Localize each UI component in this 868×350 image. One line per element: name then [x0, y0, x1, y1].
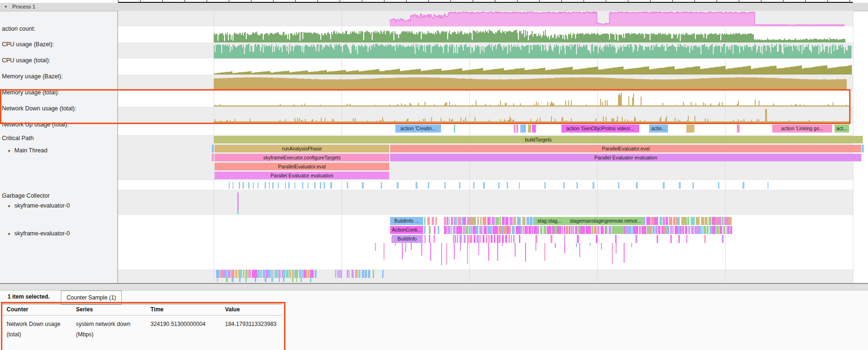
critical-path-slice[interactable]: action 'GenObjcProtos video/... [561, 125, 639, 133]
evaluator-slice[interactable] [605, 226, 606, 234]
gc-tick[interactable] [278, 182, 279, 189]
cpu-heavy-slice[interactable] [275, 270, 278, 278]
evaluator-slice[interactable] [730, 226, 732, 234]
cpu-heavy-slice[interactable] [255, 278, 257, 282]
evaluator-slice[interactable] [564, 226, 565, 234]
collapse-triangle-icon[interactable]: ▾ [8, 149, 10, 153]
evaluator-slice[interactable] [675, 226, 678, 234]
cpu-heavy-slice[interactable] [373, 270, 374, 278]
gc-tick[interactable] [302, 182, 303, 189]
tracks-viewport[interactable]: action 'Creatin...action 'GenObjcProtos … [0, 0, 868, 283]
evaluator-slice[interactable] [534, 226, 537, 234]
evaluator-slice[interactable] [696, 217, 700, 225]
evaluator-slice[interactable] [463, 217, 466, 225]
evaluator-slice[interactable] [722, 217, 724, 225]
cpu-heavy-slice[interactable] [368, 270, 370, 278]
gc-tick[interactable] [308, 182, 309, 189]
evaluator-slice[interactable] [444, 217, 446, 225]
gc-tick[interactable] [459, 182, 460, 189]
gc-tick[interactable] [239, 182, 240, 189]
evaluator-slice[interactable] [435, 217, 437, 225]
gc-tick[interactable] [498, 182, 500, 189]
cpu-heavy-slice[interactable] [239, 270, 242, 278]
evaluator-slice[interactable] [552, 226, 554, 234]
evaluator-slice[interactable] [655, 226, 658, 234]
cpu-heavy-slice[interactable] [310, 278, 312, 282]
evaluator-slice[interactable] [636, 226, 638, 234]
gc-tick[interactable] [576, 182, 577, 189]
evaluator-slice[interactable] [479, 235, 481, 243]
evaluator-slice[interactable]: BuildInfo ... [390, 217, 423, 225]
evaluator-slice[interactable] [639, 226, 641, 234]
evaluator-slice[interactable] [492, 226, 495, 234]
gc-tick[interactable] [636, 182, 638, 189]
evaluator-slice[interactable] [449, 217, 450, 225]
cpu-heavy-slice[interactable] [235, 270, 237, 278]
gc-tick[interactable] [483, 182, 485, 189]
counter-chart-action-count[interactable] [118, 11, 853, 26]
cpu-heavy-slice[interactable] [289, 270, 291, 278]
critical-path-slice[interactable] [514, 125, 516, 133]
evaluator-slice[interactable] [500, 217, 501, 225]
evaluator-slice[interactable] [530, 217, 533, 225]
evaluator-slice[interactable] [615, 235, 616, 243]
cpu-heavy-slice[interactable] [296, 270, 298, 278]
evaluator-slice[interactable] [597, 226, 600, 234]
gc-tick[interactable] [272, 182, 274, 189]
gc-tick[interactable] [519, 182, 520, 189]
gc-tick[interactable] [381, 182, 383, 189]
evaluator-slice[interactable] [489, 226, 492, 234]
evaluator-slice[interactable] [501, 226, 504, 234]
cpu-heavy-slice[interactable] [217, 278, 218, 282]
evaluator-slice[interactable] [686, 235, 687, 243]
evaluator-slice[interactable] [551, 235, 552, 243]
evaluator-slice[interactable] [505, 217, 509, 225]
evaluator-slice[interactable] [459, 235, 462, 243]
evaluator-slice[interactable] [497, 235, 499, 243]
evaluator-slice[interactable] [628, 226, 632, 234]
collapse-triangle-icon[interactable]: ▾ [8, 232, 10, 236]
evaluator-slice[interactable] [438, 226, 439, 234]
evaluator-slice[interactable] [702, 226, 703, 234]
evaluator-slice[interactable] [427, 217, 429, 225]
cpu-heavy-slice[interactable] [263, 270, 266, 278]
evaluator-slice[interactable] [429, 226, 431, 234]
evaluator-slice[interactable] [669, 217, 672, 225]
main-thread-span[interactable]: Parallel Evaluator evaluation [390, 154, 861, 161]
evaluator-slice[interactable] [483, 217, 487, 225]
evaluator-slice[interactable] [237, 192, 239, 210]
evaluator-slice[interactable] [453, 235, 454, 243]
counter-chart-network-up-usage-total-[interactable] [118, 107, 853, 123]
evaluator-slice[interactable] [704, 235, 706, 243]
critical-path-slice[interactable]: action 'Creatin... [395, 125, 441, 133]
evaluator-slice[interactable] [492, 217, 494, 225]
cpu-heavy-slice[interactable] [351, 270, 354, 278]
evaluator-slice[interactable] [571, 226, 573, 234]
evaluator-slice[interactable] [709, 217, 711, 225]
cpu-heavy-slice[interactable] [260, 270, 262, 278]
evaluator-slice[interactable] [458, 217, 461, 225]
evaluator-slice[interactable] [456, 226, 459, 234]
evaluator-slice[interactable] [634, 226, 636, 234]
evaluator-slice[interactable] [559, 226, 561, 234]
evaluator-slice[interactable] [455, 217, 457, 225]
evaluator-slice[interactable] [513, 217, 516, 225]
evaluator-slice[interactable] [728, 226, 729, 234]
gc-tick[interactable] [743, 182, 744, 189]
evaluator-slice[interactable] [663, 226, 665, 234]
evaluator-slice[interactable] [667, 226, 669, 234]
evaluator-slice[interactable] [685, 226, 688, 234]
evaluator-slice[interactable] [697, 226, 700, 234]
evaluator-slice[interactable] [594, 226, 597, 234]
evaluator-slice[interactable] [573, 226, 574, 234]
gc-tick[interactable] [768, 182, 768, 189]
evaluator-slice[interactable] [726, 226, 728, 234]
evaluator-slice[interactable] [562, 226, 563, 234]
evaluator-slice[interactable] [434, 226, 435, 234]
evaluator-slice[interactable] [712, 226, 716, 234]
gc-tick[interactable] [473, 182, 475, 189]
evaluator-slice[interactable] [525, 226, 528, 234]
evaluator-slice[interactable] [680, 226, 682, 234]
critical-path-slice[interactable] [737, 125, 740, 133]
cpu-heavy-slice[interactable] [283, 278, 284, 282]
